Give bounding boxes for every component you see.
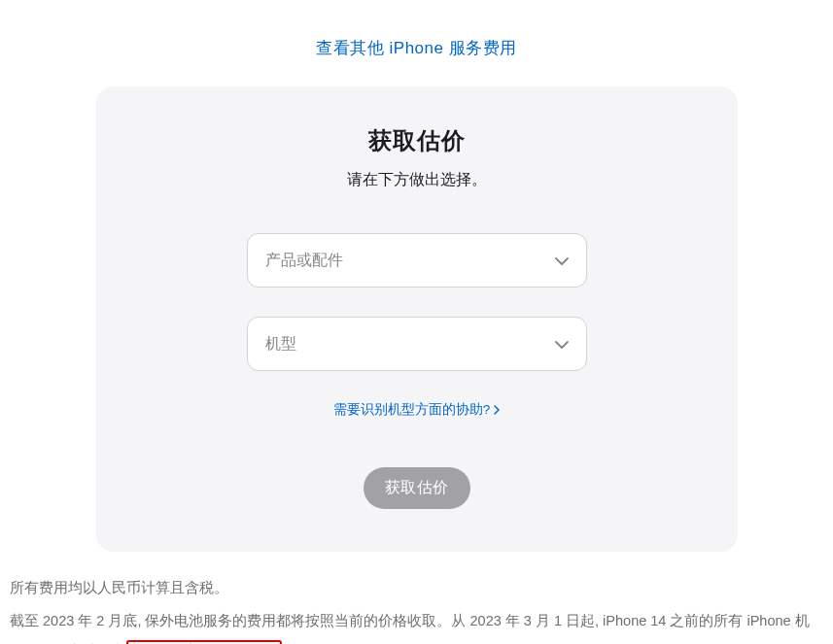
other-service-fees-link[interactable]: 查看其他 iPhone 服务费用 bbox=[316, 39, 516, 57]
chevron-right-icon bbox=[494, 403, 500, 418]
estimate-card: 获取估价 请在下方做出选择。 产品或配件 机型 需要识别机型方面的协助? 获取估… bbox=[96, 86, 738, 552]
top-link-container: 查看其他 iPhone 服务费用 bbox=[0, 0, 833, 86]
card-title: 获取估价 bbox=[145, 125, 689, 156]
help-link-label: 需要识别机型方面的协助? bbox=[333, 401, 491, 419]
price-increase-highlight: 费用将增加 RMB 169。 bbox=[126, 640, 282, 644]
identify-model-help-link[interactable]: 需要识别机型方面的协助? bbox=[333, 401, 501, 419]
model-select[interactable]: 机型 bbox=[247, 317, 587, 371]
submit-row: 获取估价 bbox=[145, 467, 689, 509]
get-estimate-button[interactable]: 获取估价 bbox=[364, 467, 470, 509]
footer-disclaimer: 所有费用均以人民币计算且含税。 截至 2023 年 2 月底, 保外电池服务的费… bbox=[0, 552, 833, 644]
model-select-wrapper: 机型 bbox=[247, 317, 587, 371]
product-select[interactable]: 产品或配件 bbox=[247, 233, 587, 288]
product-select-wrapper: 产品或配件 bbox=[247, 233, 587, 288]
product-select-placeholder: 产品或配件 bbox=[265, 251, 343, 271]
model-select-placeholder: 机型 bbox=[265, 334, 296, 355]
footer-line-2: 截至 2023 年 2 月底, 保外电池服务的费用都将按照当前的价格收取。从 2… bbox=[10, 606, 823, 644]
chevron-down-icon bbox=[555, 252, 569, 269]
card-subtitle: 请在下方做出选择。 bbox=[145, 170, 689, 190]
footer-line-1: 所有费用均以人民币计算且含税。 bbox=[10, 573, 823, 602]
chevron-down-icon bbox=[555, 335, 569, 353]
